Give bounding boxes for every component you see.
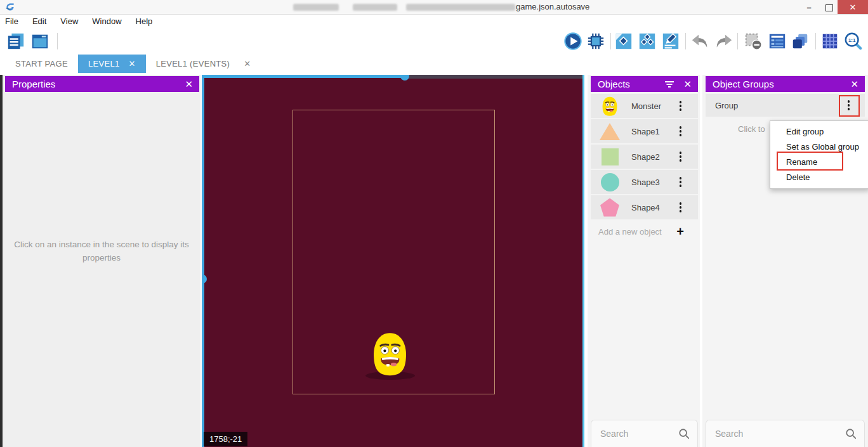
menu-item-delete[interactable]: Delete xyxy=(770,170,868,185)
object-name: Shape1 xyxy=(631,127,660,136)
play-preview-icon[interactable] xyxy=(563,32,582,51)
layers-icon[interactable] xyxy=(791,32,810,51)
object-groups-panel-title: Object Groups xyxy=(713,79,774,89)
groups-search-input[interactable] xyxy=(714,428,845,439)
object-row-shape3[interactable]: Shape3 xyxy=(591,170,698,194)
delete-selection-icon[interactable] xyxy=(744,32,763,51)
object-menu-button[interactable] xyxy=(677,124,685,139)
resize-handle-left[interactable] xyxy=(202,275,207,283)
resize-handle-top[interactable] xyxy=(400,75,409,81)
monster-instance[interactable] xyxy=(369,330,411,377)
properties-panel-title: Properties xyxy=(12,79,55,89)
search-icon xyxy=(678,428,690,439)
group-menu-button[interactable] xyxy=(845,98,853,113)
close-object-groups-icon[interactable]: ✕ xyxy=(850,79,858,90)
groups-search xyxy=(706,420,865,447)
tab-close-icon[interactable]: ✕ xyxy=(128,59,135,68)
instances-list-icon[interactable] xyxy=(768,32,787,51)
toolbar-separator xyxy=(685,33,686,49)
debugger-icon[interactable] xyxy=(586,32,605,51)
menu-help[interactable]: Help xyxy=(136,16,153,26)
object-groups-panel-header: Object Groups ✕ xyxy=(706,76,865,92)
objects-panel-header: Objects ✕ xyxy=(591,76,698,92)
object-menu-button[interactable] xyxy=(677,174,685,190)
canvas-outside-strip xyxy=(409,75,582,79)
undo-icon[interactable] xyxy=(690,32,709,51)
restore-icon xyxy=(825,4,833,11)
toolbar-separator xyxy=(815,33,816,49)
pentagon-thumbnail xyxy=(600,197,620,217)
properties-panel-header: Properties ✕ xyxy=(5,76,199,92)
object-row-shape2[interactable]: Shape2 xyxy=(591,145,698,169)
redacted-title-segment xyxy=(293,4,339,11)
circle-thumbnail xyxy=(600,172,620,192)
menu-bar: File Edit View Window Help xyxy=(0,15,868,27)
tab-start-page[interactable]: START PAGE xyxy=(5,55,78,73)
object-menu-button[interactable] xyxy=(677,98,685,113)
tab-label: LEVEL1 (EVENTS) xyxy=(156,59,230,68)
group-context-menu: Edit group Set as Global group Rename De… xyxy=(770,120,868,189)
project-manager-icon[interactable] xyxy=(6,32,25,51)
start-page-icon[interactable] xyxy=(30,32,49,51)
properties-empty-message: Click on an instance in the scene to dis… xyxy=(8,238,195,265)
gdevelop-window: game.json.autosave – ✕ File Edit View Wi… xyxy=(0,0,868,447)
object-name: Monster xyxy=(631,101,661,111)
monster-thumbnail xyxy=(600,96,620,116)
object-row-shape4[interactable]: Shape4 xyxy=(591,195,698,219)
zoom-ratio-label: 1:1 xyxy=(848,37,856,43)
menu-view[interactable]: View xyxy=(60,16,78,26)
toolbar-separator xyxy=(737,33,738,49)
objects-panel: Objects ✕ Monster S xyxy=(588,75,700,447)
redo-icon[interactable] xyxy=(714,32,733,51)
tab-close-icon[interactable]: ✕ xyxy=(240,55,254,73)
objects-search-input[interactable] xyxy=(599,428,678,439)
gdevelop-logo-icon xyxy=(5,2,15,12)
object-row-shape1[interactable]: Shape1 xyxy=(591,119,698,143)
object-menu-button[interactable] xyxy=(677,149,685,164)
objects-panel-title: Objects xyxy=(598,79,630,89)
zoom-original-icon[interactable]: 1:1 xyxy=(844,32,863,51)
menu-item-rename[interactable]: Rename xyxy=(770,155,868,170)
minimize-button[interactable]: – xyxy=(798,0,820,14)
triangle-thumbnail xyxy=(600,121,620,141)
filter-icon[interactable] xyxy=(664,80,674,89)
toolbar-separator xyxy=(57,33,58,49)
restore-button[interactable] xyxy=(820,0,839,14)
menu-edit[interactable]: Edit xyxy=(32,16,46,26)
grid-icon[interactable] xyxy=(820,32,839,51)
edit-scene-icon[interactable] xyxy=(661,32,680,51)
close-window-button[interactable]: ✕ xyxy=(838,0,868,14)
add-object-label: Add a new object xyxy=(598,227,662,236)
toolbar-separator xyxy=(610,33,611,49)
menu-item-edit-group[interactable]: Edit group xyxy=(770,124,868,139)
selection-right-edge xyxy=(582,75,584,447)
add-object-button[interactable]: Add a new object + xyxy=(591,223,698,240)
tab-level1[interactable]: LEVEL1 ✕ xyxy=(78,55,146,73)
object-menu-button[interactable] xyxy=(677,200,685,215)
object-name: Shape2 xyxy=(631,152,660,162)
scene-canvas[interactable]: 1758;-21 xyxy=(202,75,584,447)
menu-window[interactable]: Window xyxy=(92,16,121,26)
tab-bar: START PAGE LEVEL1 ✕ LEVEL1 (EVENTS) ✕ xyxy=(0,55,868,73)
close-properties-icon[interactable]: ✕ xyxy=(185,79,193,90)
tab-label: START PAGE xyxy=(15,59,68,68)
add-object-icon[interactable] xyxy=(614,32,633,51)
close-objects-icon[interactable]: ✕ xyxy=(683,79,692,90)
redacted-title-segment xyxy=(406,4,515,11)
objects-search xyxy=(591,420,698,447)
title-bar: game.json.autosave – ✕ xyxy=(0,0,868,15)
window-title: game.json.autosave xyxy=(516,2,589,11)
search-icon xyxy=(845,428,857,439)
group-row[interactable]: Group xyxy=(706,94,865,117)
tab-level1-events[interactable]: LEVEL1 (EVENTS) xyxy=(146,55,240,73)
main-content: Click on an instance in the scene to dis… xyxy=(0,75,868,447)
menu-file[interactable]: File xyxy=(5,16,18,26)
tab-label: LEVEL1 xyxy=(88,59,120,68)
cursor-coordinates: 1758;-21 xyxy=(204,432,247,446)
object-row-monster[interactable]: Monster xyxy=(591,94,698,118)
object-name: Shape4 xyxy=(631,203,660,212)
objects-editor-icon[interactable] xyxy=(638,32,657,51)
toolbar: 1:1 xyxy=(0,27,868,55)
redacted-title-segment xyxy=(353,4,397,11)
menu-item-set-global-group[interactable]: Set as Global group xyxy=(770,139,868,155)
